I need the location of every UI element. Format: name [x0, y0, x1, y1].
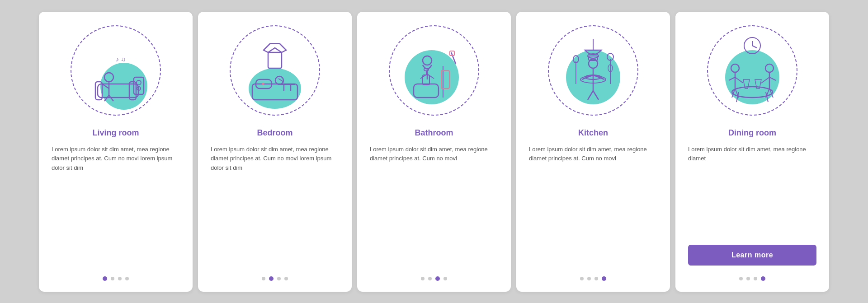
dot-1	[580, 277, 584, 280]
dot-3	[754, 277, 757, 280]
bathroom-svg	[389, 25, 479, 116]
kitchen-svg	[548, 25, 638, 116]
svg-text:♪ ♫: ♪ ♫	[116, 56, 125, 63]
living-room-svg: ♪ ♫	[71, 25, 161, 116]
dot-4	[761, 276, 765, 281]
dining-room-title: Dining room	[728, 128, 776, 138]
kitchen-title: Kitchen	[578, 128, 608, 138]
living-room-title: Living room	[93, 128, 139, 138]
dining-room-illustration	[707, 25, 797, 116]
bathroom-dots	[421, 266, 447, 281]
card-dining-room: Dining room Lorem ipsum dolor sit dim am…	[675, 12, 829, 292]
dot-4	[443, 277, 447, 280]
svg-point-0	[100, 63, 147, 110]
dining-room-text: Lorem ipsum dolor sit dim amet, mea regi…	[688, 145, 816, 164]
dot-3	[594, 277, 598, 280]
bathroom-text: Lorem ipsum dolor sit dim amet, mea regi…	[370, 145, 498, 164]
bedroom-title: Bedroom	[257, 128, 292, 138]
living-room-dots	[103, 266, 129, 281]
svg-text:♥: ♥	[261, 81, 264, 87]
dot-2	[587, 277, 591, 280]
dot-1	[739, 277, 743, 280]
dining-room-dots	[739, 266, 765, 281]
bathroom-illustration	[389, 25, 479, 116]
dot-2	[746, 277, 750, 280]
bedroom-text: Lorem ipsum dolor sit dim amet, mea regi…	[211, 145, 339, 173]
dot-4	[602, 276, 606, 281]
svg-point-13	[249, 68, 301, 109]
dot-1	[103, 276, 107, 281]
kitchen-dots	[580, 266, 606, 281]
dot-4	[125, 277, 129, 280]
kitchen-text: Lorem ipsum dolor sit dim amet, mea regi…	[529, 145, 657, 164]
kitchen-illustration	[548, 25, 638, 116]
dot-4	[284, 277, 288, 280]
svg-rect-18	[268, 52, 282, 68]
dot-3	[435, 276, 440, 281]
card-living-room: ♪ ♫ Living room Lorem ipsum dolor sit di…	[39, 12, 193, 292]
cards-container: ♪ ♫ Living room Lorem ipsum dolor sit di…	[30, 3, 838, 301]
living-room-text: Lorem ipsum dolor sit dim amet, mea regi…	[52, 145, 180, 173]
card-bedroom: ♥ Bedroom Lorem ipsum dolor sit dim amet…	[198, 12, 352, 292]
dot-2	[111, 277, 114, 280]
learn-more-button[interactable]: Learn more	[688, 245, 816, 266]
dining-room-svg	[707, 25, 797, 116]
bedroom-svg: ♥	[230, 25, 320, 116]
svg-line-57	[752, 46, 757, 48]
dot-2	[269, 276, 274, 281]
svg-point-54	[725, 50, 779, 104]
bedroom-illustration: ♥	[230, 25, 320, 116]
dot-1	[262, 277, 265, 280]
dot-3	[118, 277, 122, 280]
living-room-illustration: ♪ ♫	[71, 25, 161, 116]
dot-3	[277, 277, 281, 280]
dot-2	[428, 277, 432, 280]
bathroom-title: Bathroom	[415, 128, 453, 138]
bedroom-dots	[262, 266, 288, 281]
card-bathroom: Bathroom Lorem ipsum dolor sit dim amet,…	[357, 12, 511, 292]
card-kitchen: Kitchen Lorem ipsum dolor sit dim amet, …	[516, 12, 670, 292]
dot-1	[421, 277, 425, 280]
